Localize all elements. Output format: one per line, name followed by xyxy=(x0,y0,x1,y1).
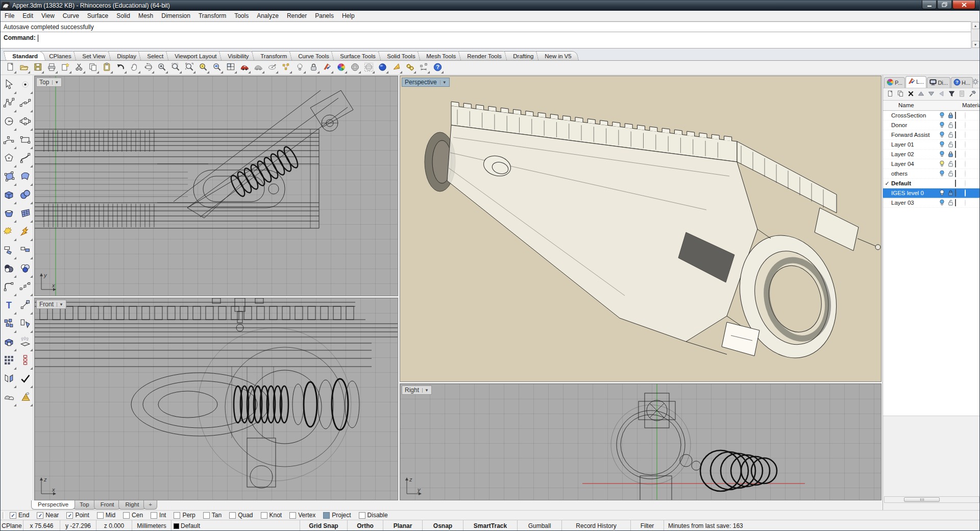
layer-lock-icon[interactable] xyxy=(946,160,955,167)
osnap-vertex[interactable]: Vertex xyxy=(289,512,315,519)
layer-color-swatch[interactable] xyxy=(955,132,965,138)
add-viewport-tab-button[interactable]: + xyxy=(143,500,157,510)
viewport-layout-button[interactable] xyxy=(224,61,237,74)
render-mesh-button[interactable] xyxy=(252,61,265,74)
checkbox-icon[interactable] xyxy=(97,512,104,519)
checkbox-icon[interactable] xyxy=(203,512,210,519)
toolbar-tab-render-tools[interactable]: Render Tools xyxy=(458,51,509,60)
viewport-top-label[interactable]: Top▼ xyxy=(36,78,62,87)
checkbox-icon[interactable] xyxy=(261,512,267,519)
minimize-button[interactable] xyxy=(922,1,937,9)
toolbar-tab-surface-tools[interactable]: Surface Tools xyxy=(331,51,383,60)
copy-layer-button[interactable] xyxy=(895,89,905,100)
layer-material-icon[interactable] xyxy=(965,200,980,206)
layer-visibility-icon[interactable] xyxy=(937,199,946,206)
menu-curve[interactable]: Curve xyxy=(59,11,83,20)
scroll-up-icon[interactable]: ▲ xyxy=(972,22,979,29)
rendered-sphere-button[interactable] xyxy=(376,61,389,74)
layer-lock-icon[interactable] xyxy=(946,131,955,138)
panel-tab-l[interactable]: L... xyxy=(905,76,926,88)
layer-visibility-icon[interactable] xyxy=(937,151,946,158)
viewport-menu-arrow-icon[interactable]: ▼ xyxy=(57,302,63,307)
filter-layers-button[interactable] xyxy=(946,89,957,100)
layer-name[interactable]: others xyxy=(891,171,937,177)
layer-visibility-icon[interactable] xyxy=(937,131,946,138)
osnap-points-button[interactable] xyxy=(279,61,292,74)
layer-name[interactable]: Layer 03 xyxy=(891,200,937,206)
fillet-curve-button[interactable] xyxy=(1,278,17,297)
print-button[interactable] xyxy=(45,61,58,74)
undo-button[interactable] xyxy=(114,61,127,74)
polyline-button[interactable] xyxy=(1,94,17,113)
mirror-button[interactable] xyxy=(1,370,17,389)
toggle-smarttrack[interactable]: SmartTrack xyxy=(463,520,518,531)
menu-surface[interactable]: Surface xyxy=(83,11,112,20)
zoom-dynamic-button[interactable] xyxy=(155,61,168,74)
layer-lock-icon[interactable] xyxy=(946,112,955,119)
osnap-quad[interactable]: Quad xyxy=(229,512,253,519)
arc-button[interactable] xyxy=(1,131,17,150)
menu-tools[interactable]: Tools xyxy=(230,11,253,20)
array-rectangular-button[interactable] xyxy=(1,352,17,370)
toggle-gumball[interactable]: Gumball xyxy=(518,520,562,531)
zoom-target-button[interactable] xyxy=(197,61,210,74)
surface-control-points-button[interactable] xyxy=(1,168,17,186)
toggle-osnap[interactable]: Osnap xyxy=(423,520,463,531)
checkbox-icon[interactable] xyxy=(174,512,180,519)
rectangle-button[interactable] xyxy=(17,131,33,150)
single-point-button[interactable] xyxy=(17,76,33,94)
notify-cone-button[interactable] xyxy=(389,61,403,74)
toggle-ortho[interactable]: Ortho xyxy=(348,520,383,531)
ellipse-button[interactable] xyxy=(17,113,33,131)
save-file-button[interactable] xyxy=(31,61,44,74)
layer-name[interactable]: CrossSection xyxy=(891,112,937,118)
checkbox-icon[interactable] xyxy=(229,512,236,519)
layer-visibility-icon[interactable] xyxy=(937,112,946,119)
active-layer-button[interactable]: Default xyxy=(172,520,300,531)
layer-material-icon[interactable] xyxy=(965,161,980,167)
menu-mesh[interactable]: Mesh xyxy=(134,11,157,20)
viewport-right[interactable]: Right▼ z y xyxy=(400,383,881,500)
toggle-planar[interactable]: Planar xyxy=(383,520,423,531)
layer-material-icon[interactable] xyxy=(965,122,980,128)
osnap-perp[interactable]: Perp xyxy=(174,512,195,519)
surface-revolve-button[interactable] xyxy=(1,205,17,223)
viewport-menu-arrow-icon[interactable]: ▼ xyxy=(52,80,59,85)
layer-material-icon[interactable] xyxy=(965,151,980,157)
toolbar-tab-solid-tools[interactable]: Solid Tools xyxy=(378,51,423,60)
menu-view[interactable]: View xyxy=(37,11,59,20)
toolbar-tab-visibility[interactable]: Visibility xyxy=(219,51,257,60)
menu-file[interactable]: File xyxy=(1,11,18,20)
scrollbar-thumb[interactable] xyxy=(904,497,940,502)
osnap-project[interactable]: Project xyxy=(323,512,351,519)
layer-row[interactable]: IGES level 0 xyxy=(883,188,980,198)
explode-blast-button[interactable] xyxy=(17,223,33,242)
solid-box-button[interactable] xyxy=(1,186,17,205)
command-input[interactable]: Command: xyxy=(1,32,979,49)
toolbar-tab-drafting[interactable]: Drafting xyxy=(504,51,541,60)
layer-name[interactable]: Layer 02 xyxy=(891,151,937,157)
toolbar-tab-mesh-tools[interactable]: Mesh Tools xyxy=(418,51,463,60)
coord-z[interactable]: z 0.000 xyxy=(96,520,132,531)
layer-visibility-icon[interactable] xyxy=(937,170,946,177)
toolbar-tab-new-in-v5[interactable]: New in V5 xyxy=(536,51,579,60)
viewport-front-label[interactable]: Front▼ xyxy=(36,300,66,309)
boolean-difference-button[interactable] xyxy=(1,260,17,278)
layer-visibility-icon[interactable] xyxy=(937,189,946,197)
point-edit-button[interactable] xyxy=(17,297,33,315)
explode-button[interactable] xyxy=(1,223,17,242)
osnap-mid[interactable]: Mid xyxy=(97,512,115,519)
layer-lock-icon[interactable] xyxy=(946,151,955,158)
osnap-point[interactable]: ✓Point xyxy=(66,512,89,519)
viewport-tab-perspective[interactable]: Perspective xyxy=(31,500,75,510)
layer-name[interactable]: Layer 01 xyxy=(891,141,937,148)
layer-name[interactable]: Default xyxy=(891,180,937,186)
render-button[interactable] xyxy=(238,61,251,74)
zoom-window-button[interactable] xyxy=(169,61,182,74)
layer-row[interactable]: Layer 02 xyxy=(883,150,980,159)
osnap-tan[interactable]: Tan xyxy=(203,512,222,519)
layer-row[interactable]: ✓Default xyxy=(883,179,980,188)
layer-material-icon[interactable] xyxy=(965,171,980,177)
checkbox-icon[interactable] xyxy=(359,512,365,519)
viewport-tab-top[interactable]: Top xyxy=(73,500,96,510)
